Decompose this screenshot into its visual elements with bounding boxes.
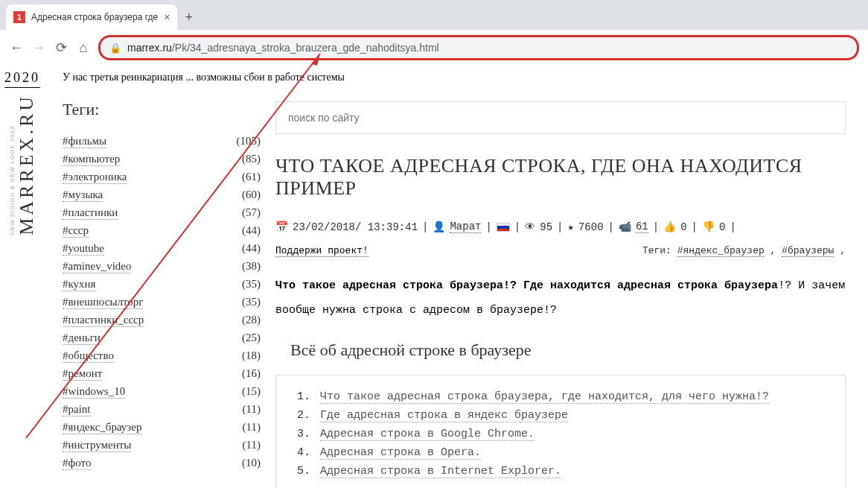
tag-count: (105): [237, 135, 261, 148]
search-input[interactable]: [288, 112, 833, 124]
toc-box: Что такое адресная строка браузера, где …: [275, 375, 846, 488]
thumbs-down-count: 0: [719, 221, 725, 233]
tag-count: (16): [242, 367, 261, 380]
eye-icon: 👁: [525, 221, 535, 233]
reload-button[interactable]: ⟳: [54, 39, 68, 56]
tag-link[interactable]: #музыка: [63, 188, 103, 202]
tag-link[interactable]: #яндекс_браузер: [63, 421, 141, 434]
toc-item: Адресная строка в Internet Explorer.: [297, 462, 830, 481]
tag-link[interactable]: #ремонт: [63, 367, 102, 381]
tab-bar: 1 Адресная строка браузера где × +: [0, 0, 868, 30]
tag-link[interactable]: #пластинки: [63, 206, 118, 220]
video-count[interactable]: 61: [636, 221, 648, 233]
tag-link[interactable]: #ссср: [63, 224, 89, 238]
tag-link[interactable]: #aminev_video: [63, 260, 131, 273]
article-meta: 📅 23/02/2018/ 13:39:41 | 👤 Марат | | 👁 9…: [275, 221, 846, 233]
tag-count: (15): [242, 385, 261, 398]
toc-list: Что такое адресная строка браузера, где …: [291, 387, 830, 481]
video-icon: 📹: [619, 221, 631, 233]
lock-icon: 🔒: [109, 42, 121, 54]
tag-item: #инструменты(11): [63, 437, 261, 454]
tag-count: (28): [242, 314, 261, 326]
new-tab-button[interactable]: +: [185, 10, 193, 25]
toc-item: Что такое адресная строка браузера, где …: [297, 387, 830, 406]
tag-count: (60): [242, 188, 261, 201]
tag-item: #фото(10): [63, 454, 261, 472]
tag-item: #электроника(61): [63, 168, 261, 186]
thumbs-up-icon[interactable]: 👍: [663, 221, 676, 233]
tag-link[interactable]: #windows_10: [63, 385, 125, 399]
stars-count: 7600: [578, 221, 604, 233]
section-title: Всё об адресной строке в браузере: [275, 340, 846, 360]
user-icon: 👤: [433, 221, 445, 233]
tag-count: (57): [242, 206, 261, 219]
tag-item: #пластинки_ссср(28): [63, 311, 261, 329]
tag-count: (10): [242, 457, 261, 469]
year-label: 2020: [4, 70, 40, 88]
back-button[interactable]: ←: [9, 40, 24, 56]
close-tab-icon[interactable]: ×: [164, 11, 170, 23]
tag-link[interactable]: #общество: [63, 349, 114, 363]
tag-link[interactable]: #фото: [63, 457, 91, 470]
tag-item: #aminev_video(38): [63, 258, 261, 276]
tag-count: (18): [242, 349, 261, 362]
left-rail: 2020 NEW DISIGN & NEW LOOK 2013 MARREX.R…: [0, 66, 45, 488]
toc-item: Адресная строка в Google Chrome.: [297, 425, 830, 443]
site-logo[interactable]: MARREX.RU: [16, 94, 38, 235]
tag-link-1[interactable]: #яндекс_браузер: [677, 245, 765, 257]
tag-count: (11): [243, 439, 261, 451]
tag-count: (35): [242, 296, 261, 308]
home-button[interactable]: ⌂: [76, 40, 91, 56]
tag-count: (85): [242, 153, 261, 165]
tag-link[interactable]: #инструменты: [63, 439, 131, 452]
tag-item: #пластинки(57): [63, 204, 261, 222]
tag-item: #компьютер(85): [63, 150, 261, 168]
tag-link[interactable]: #фильмы: [63, 135, 106, 148]
browser-chrome: 1 Адресная строка браузера где × + ← → ⟳…: [0, 0, 868, 66]
calendar-icon: 📅: [275, 221, 288, 233]
tag-link[interactable]: #компьютер: [63, 153, 120, 166]
favicon: 1: [13, 11, 25, 23]
tag-link[interactable]: #электроника: [63, 171, 127, 184]
tag-item: #общество(18): [63, 347, 261, 365]
toc-link[interactable]: Адресная строка в Google Chrome.: [320, 428, 534, 441]
main-area: У нас третья реинкарнация ... возможны с…: [45, 66, 868, 488]
support-link[interactable]: Поддержи проект!: [275, 245, 368, 257]
tag-link[interactable]: #paint: [63, 403, 91, 416]
toc-link[interactable]: Где адресная строка в яндекс браузере: [320, 409, 568, 422]
tag-link[interactable]: #деньги: [63, 332, 100, 345]
forward-button[interactable]: →: [31, 40, 46, 56]
url-text: marrex.ru/Pk/34_adresnaya_stroka_brauzer…: [127, 42, 439, 54]
article-title: ЧТО ТАКОЕ АДРЕСНАЯ СТРОКА, ГДЕ ОНА НАХОД…: [275, 155, 846, 200]
tag-link[interactable]: #внешпосылторг: [63, 296, 143, 309]
browser-tab[interactable]: 1 Адресная строка браузера где ×: [6, 4, 177, 30]
tag-count: (11): [243, 403, 261, 416]
tag-count: (11): [243, 421, 261, 434]
star-icon: ★: [567, 221, 573, 233]
address-bar[interactable]: 🔒 marrex.ru/Pk/34_adresnaya_stroka_brauz…: [98, 35, 859, 60]
tag-item: #кухня(35): [63, 276, 261, 294]
tag-item: #внешпосылторг(35): [63, 294, 261, 311]
thumbs-up-count: 0: [680, 221, 686, 233]
toc-link[interactable]: Адресная строка в Internet Explorer.: [320, 465, 561, 478]
article-lead: Что такое адресная строка браузера!? Где…: [275, 273, 846, 323]
tag-link[interactable]: #пластинки_ссср: [63, 314, 144, 327]
tag-count: (44): [242, 224, 261, 237]
tag-link[interactable]: #кухня: [63, 278, 96, 291]
toc-link[interactable]: Адресная строка в Opera.: [320, 446, 481, 460]
sidebar-title: Теги:: [63, 100, 261, 119]
search-box[interactable]: [275, 101, 846, 134]
tag-item: #ремонт(16): [63, 365, 261, 383]
logo-tagline: NEW DISIGN & NEW LOOK 2013: [9, 94, 16, 235]
tag-count: (44): [242, 242, 261, 255]
tag-item: #paint(11): [63, 401, 261, 419]
sidebar: Теги: #фильмы(105)#компьютер(85)#электро…: [45, 92, 275, 488]
toc-link[interactable]: Что такое адресная строка браузера, где …: [320, 390, 769, 404]
flag-icon: [497, 223, 510, 232]
tag-link-2[interactable]: #браузеры: [782, 245, 834, 257]
page-body: 2020 NEW DISIGN & NEW LOOK 2013 MARREX.R…: [0, 66, 868, 488]
tab-title: Адресная строка браузера где: [31, 12, 158, 22]
thumbs-down-icon[interactable]: 👎: [702, 221, 715, 233]
tag-link[interactable]: #youtube: [63, 242, 104, 256]
author-link[interactable]: Марат: [450, 221, 481, 233]
